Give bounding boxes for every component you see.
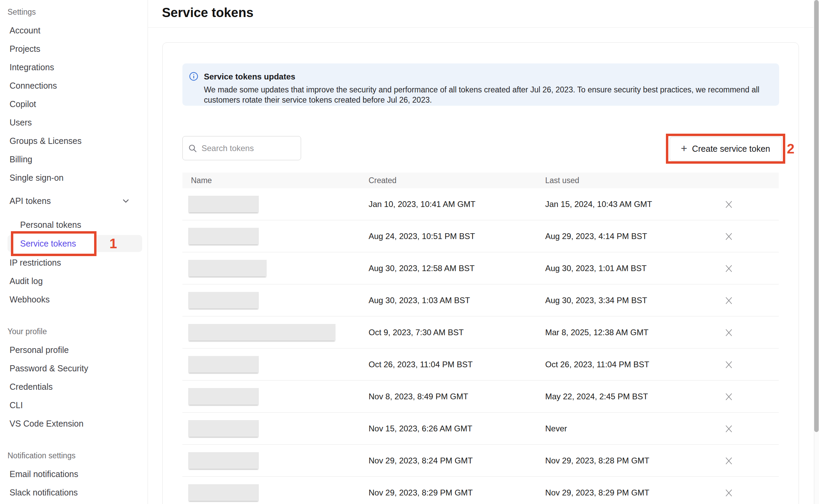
sidebar-item-slack-notifications[interactable]: Slack notifications [0,483,148,502]
redacted-name-block [188,228,259,244]
sidebar-item-email-notifications[interactable]: Email notifications [0,465,148,483]
sidebar-item-vs-code-extension[interactable]: VS Code Extension [0,414,148,433]
redacted-name-block [188,260,267,277]
sidebar-item-password-security[interactable]: Password & Security [0,359,148,377]
info-banner: Service tokens updates We made some upda… [182,63,779,106]
redacted-name-block [188,324,336,341]
table-row: Aug 24, 2023, 10:51 PM BST Aug 29, 2023,… [182,220,779,252]
close-icon[interactable] [724,392,733,401]
table-row: Nov 29, 2023, 8:29 PM GMT Nov 29, 2023, … [182,477,779,504]
sidebar-item-api-tokens[interactable]: API tokens [0,192,148,210]
created-cell: Nov 29, 2023, 8:24 PM GMT [369,456,545,465]
close-icon[interactable] [724,488,733,497]
last-used-cell: Nov 29, 2023, 8:28 PM GMT [545,456,716,465]
sidebar-item-personal-profile[interactable]: Personal profile [0,341,148,359]
sidebar-item-cli[interactable]: CLI [0,396,148,414]
created-cell: Jan 10, 2023, 10:41 AM GMT [369,199,545,209]
create-annotation-group: + Create service token 2 [666,134,794,164]
service-tokens-card: Service tokens updates We made some upda… [162,42,799,504]
annotation-box-2: + Create service token [666,134,785,164]
search-input[interactable] [202,144,307,153]
created-cell: Nov 15, 2023, 6:26 AM GMT [369,424,545,433]
annotation-step-number-2: 2 [787,141,794,157]
redacted-name-block [188,484,259,501]
close-icon[interactable] [724,200,733,209]
vertical-scrollbar-thumb[interactable] [814,0,819,432]
table-toolbar: + Create service token 2 [182,136,779,160]
sidebar-item-users[interactable]: Users [0,113,148,132]
column-header-name: Name [182,176,369,185]
table-row: Oct 26, 2023, 11:04 PM BST Oct 26, 2023,… [182,349,779,381]
create-service-token-button[interactable]: + Create service token [670,137,781,161]
table-header-row: Name Created Last used [182,173,779,188]
sidebar-item-service-tokens[interactable]: Service tokens [20,239,76,249]
redacted-name-block [188,292,259,309]
created-cell: Nov 29, 2023, 8:29 PM GMT [369,488,545,498]
last-used-cell: Nov 29, 2023, 8:29 PM GMT [545,488,716,498]
created-cell: Oct 26, 2023, 11:04 PM BST [369,360,545,369]
created-cell: Oct 9, 2023, 7:30 AM BST [369,328,545,337]
sidebar-item-connections[interactable]: Connections [0,76,148,95]
table-row: Oct 9, 2023, 7:30 AM BST Mar 8, 2025, 12… [182,316,779,349]
sidebar-item-groups-licenses[interactable]: Groups & Licenses [0,132,148,150]
created-cell: Aug 30, 2023, 12:58 AM BST [369,264,545,273]
sidebar-item-credentials[interactable]: Credentials [0,377,148,396]
table-row: Jan 10, 2023, 10:41 AM GMT Jan 15, 2024,… [182,188,779,220]
sidebar-item-audit-log[interactable]: Audit log [0,272,148,290]
last-used-cell: Oct 26, 2023, 11:04 PM BST [545,360,716,369]
page-title: Service tokens [162,5,253,20]
table-row: Nov 15, 2023, 6:26 AM GMT Never [182,413,779,445]
search-icon [188,144,197,153]
last-used-cell: Aug 30, 2023, 3:34 PM BST [545,296,716,305]
sidebar-item-label: API tokens [10,196,51,206]
redacted-name-block [188,356,259,373]
last-used-cell: Jan 15, 2024, 10:43 AM GMT [545,199,716,209]
created-cell: Aug 30, 2023, 1:03 AM BST [369,296,545,305]
sidebar-item-billing[interactable]: Billing [0,150,148,168]
redacted-name-block [188,388,259,405]
sidebar-section-notification-settings: Notification settings [0,446,148,465]
create-button-label: Create service token [692,144,770,154]
close-icon[interactable] [724,360,733,369]
sidebar-item-account[interactable]: Account [0,21,148,40]
table-row: Aug 30, 2023, 12:58 AM BST Aug 30, 2023,… [182,252,779,284]
sidebar-item-ip-restrictions[interactable]: IP restrictions [0,253,148,272]
last-used-cell: Aug 30, 2023, 1:01 AM BST [545,264,716,273]
close-icon[interactable] [724,232,733,241]
close-icon[interactable] [724,424,733,433]
table-row: Nov 29, 2023, 8:24 PM GMT Nov 29, 2023, … [182,445,779,477]
close-icon[interactable] [724,456,733,465]
created-cell: Nov 8, 2023, 8:49 PM GMT [369,392,545,401]
search-box[interactable] [182,136,301,160]
redacted-name-block [188,420,259,437]
annotation-box-1[interactable]: Service tokens [11,231,96,256]
created-cell: Aug 24, 2023, 10:51 PM BST [369,232,545,241]
sidebar-item-projects[interactable]: Projects [0,40,148,58]
sidebar-section-your-profile: Your profile [0,322,148,341]
column-header-created: Created [369,176,545,185]
sidebar-item-copilot[interactable]: Copilot [0,95,148,113]
banner-text: Service tokens updates We made some upda… [204,71,764,106]
sidebar-section-settings: Settings [0,3,148,21]
vertical-scrollbar-track[interactable] [814,0,819,504]
last-used-cell: Never [545,424,716,433]
sidebar-item-webhooks[interactable]: Webhooks [0,290,148,309]
last-used-cell: Mar 8, 2025, 12:38 AM GMT [545,328,716,337]
redacted-name-block [188,452,259,469]
table-row: Nov 8, 2023, 8:49 PM GMT May 22, 2024, 2… [182,381,779,413]
close-icon[interactable] [724,328,733,337]
sidebar-item-service-tokens-active-row: Service tokens 1 [0,231,148,256]
close-icon[interactable] [724,296,733,305]
title-divider [148,27,814,28]
sidebar-item-single-sign-on[interactable]: Single sign-on [0,168,148,187]
service-tokens-table: Name Created Last used Jan 10, 2023, 10:… [182,173,779,504]
last-used-cell: May 22, 2024, 2:45 PM BST [545,392,716,401]
close-icon[interactable] [724,264,733,273]
redacted-name-block [188,196,259,212]
banner-title: Service tokens updates [204,72,764,81]
last-used-cell: Aug 29, 2023, 4:14 PM BST [545,232,716,241]
sidebar-item-integrations[interactable]: Integrations [0,58,148,76]
column-header-last-used: Last used [545,176,716,185]
annotation-step-number-1: 1 [109,236,117,251]
plus-icon: + [681,143,687,154]
